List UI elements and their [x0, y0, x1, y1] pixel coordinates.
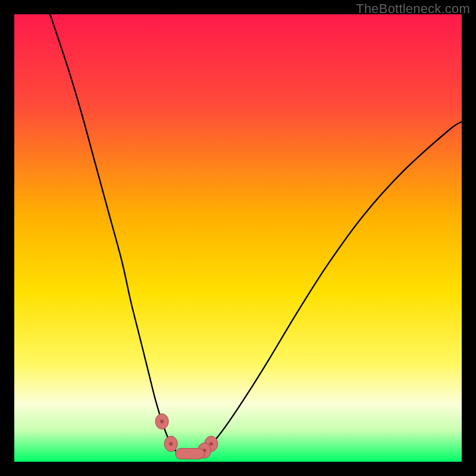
- floor-bar: [176, 449, 205, 459]
- right-dot-upper-center: [209, 442, 213, 446]
- bottleneck-chart: [14, 14, 462, 462]
- gradient-bg: [14, 14, 462, 462]
- watermark-text: TheBottleneck.com: [356, 1, 470, 17]
- chart-frame: [14, 14, 462, 462]
- left-dot-upper-center: [160, 419, 164, 423]
- left-dot-lower-center: [169, 442, 173, 446]
